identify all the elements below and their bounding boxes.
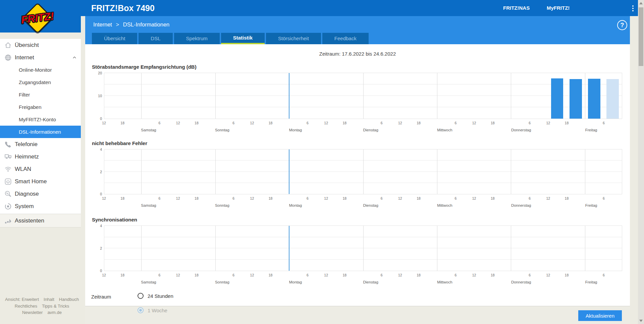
radio-1-woche-label: 1 Woche xyxy=(148,308,167,313)
x-axis-tick-label: 12 xyxy=(398,196,402,200)
footer-link[interactable]: Handbuch xyxy=(59,297,79,302)
x-axis-tick-label: 6 xyxy=(232,273,234,277)
chart-plot-area: 024 xyxy=(104,225,622,271)
home-icon xyxy=(4,41,12,49)
radio-button-icon[interactable] xyxy=(138,293,144,299)
chevron-up-icon[interactable] xyxy=(72,55,77,60)
sidebar-item--bersicht[interactable]: Übersicht xyxy=(0,39,81,51)
fritznas-link[interactable]: FRITZ!NAS xyxy=(503,0,530,16)
sidebar-item-smart-home[interactable]: Smart Home xyxy=(0,175,81,188)
tab--bersicht[interactable]: Übersicht xyxy=(92,33,137,44)
sidebar-item-label: Smart Home xyxy=(15,178,47,185)
footer-link[interactable]: Rechtliches xyxy=(15,304,37,309)
y-axis-tick-label: 0 xyxy=(92,269,102,273)
x-axis-tick-label: 12 xyxy=(324,121,328,125)
period-label: Zeitraum: 17.6.2022 bis 24.6.2022 xyxy=(85,51,630,57)
sidebar-item-filter[interactable]: Filter xyxy=(0,88,81,101)
radio-24-stunden[interactable]: 24 Stunden xyxy=(138,293,173,299)
day-boundary-line xyxy=(141,149,142,194)
day-boundary-line xyxy=(363,73,364,119)
footer-link[interactable]: Tipps & Tricks xyxy=(42,304,69,309)
radio-1-woche[interactable]: 1 Woche xyxy=(138,307,167,313)
x-axis-tick-label: 6 xyxy=(529,121,531,125)
day-boundary-line xyxy=(215,73,216,119)
sidebar-footer-row: Newsletteravm.de xyxy=(0,309,84,316)
x-axis-tick-label: 6 xyxy=(159,196,161,200)
day-label: Mittwoch xyxy=(437,203,452,207)
day-label: Montag xyxy=(289,280,302,284)
footer-link[interactable]: Ansicht: Erweitert xyxy=(5,297,39,302)
sidebar-item-label: WLAN xyxy=(15,166,31,173)
chart-plot-area: 024 xyxy=(104,149,622,194)
chart-bar xyxy=(588,79,600,119)
fritz-logo[interactable]: FRITZ! xyxy=(0,0,81,33)
day-boundary-line xyxy=(585,149,585,194)
scroll-down-icon[interactable] xyxy=(639,320,643,322)
x-axis-tick-label: 6 xyxy=(381,121,383,125)
chart-bar xyxy=(570,79,582,119)
sidebar-item-freigaben[interactable]: Freigaben xyxy=(0,101,81,113)
sidebar-item-label: Filter xyxy=(19,92,30,98)
tab-statistik[interactable]: Statistik xyxy=(221,33,265,44)
sidebar-item-label: System xyxy=(15,203,34,210)
sidebar-footer-row: RechtlichesTipps & Tricks xyxy=(0,303,84,310)
sidebar-item-online-monitor[interactable]: Online-Monitor xyxy=(0,64,81,76)
day-label: Donnerstag xyxy=(511,203,531,207)
radio-button-checked-icon[interactable] xyxy=(138,307,144,313)
main-panel: Zeitraum: 17.6.2022 bis 24.6.2022 Störab… xyxy=(85,44,630,324)
footer-link[interactable]: Inhalt xyxy=(44,297,54,302)
phone-icon xyxy=(4,140,12,148)
sidebar-item-diagnose[interactable]: Diagnose xyxy=(0,188,81,200)
tab-feedback[interactable]: Feedback xyxy=(322,33,369,44)
chart-plot-area: 01020 xyxy=(104,73,622,119)
sidebar-item-label: Diagnose xyxy=(15,191,39,197)
x-axis-tick-label: 12 xyxy=(472,273,476,277)
x-axis-tick-label: 12 xyxy=(398,121,402,125)
content-header-band: Internet > DSL-Informationen ? Übersicht… xyxy=(85,16,630,44)
day-boundary-line xyxy=(437,226,437,271)
day-label: Sonntag xyxy=(215,203,229,207)
sidebar-item-heimnetz[interactable]: Heimnetz xyxy=(0,150,81,163)
footer-link[interactable]: Newsletter xyxy=(22,310,43,315)
footer-link[interactable]: avm.de xyxy=(47,310,62,315)
tab-st-rsicherheit[interactable]: Störsicherheit xyxy=(266,33,321,44)
network-icon xyxy=(4,153,12,161)
y-axis-tick-label: 4 xyxy=(92,147,102,151)
aktualisieren-button[interactable]: Aktualisieren xyxy=(578,310,622,321)
myfritz-link[interactable]: MyFRITZ! xyxy=(547,0,570,16)
x-axis-tick-label: 18 xyxy=(491,196,495,200)
day-boundary-line xyxy=(363,226,364,271)
sidebar-item-telefonie[interactable]: Telefonie xyxy=(0,138,81,150)
day-boundary-line xyxy=(141,226,142,271)
x-axis-tick-label: 12 xyxy=(176,273,180,277)
help-icon[interactable]: ? xyxy=(617,20,627,30)
sidebar-item-system[interactable]: System xyxy=(0,200,81,212)
sidebar-item-zugangsdaten[interactable]: Zugangsdaten xyxy=(0,76,81,88)
sidebar-item-internet[interactable]: Internet xyxy=(0,51,81,64)
tab-dsl[interactable]: DSL xyxy=(139,33,172,44)
day-label: Samstag xyxy=(141,203,156,207)
day-label: Montag xyxy=(289,128,302,132)
sidebar-item-dsl-informationen[interactable]: DSL-Informationen xyxy=(0,126,81,138)
scroll-up-icon[interactable] xyxy=(639,2,643,4)
x-axis-tick-label: 12 xyxy=(102,121,106,125)
day-label: Dienstag xyxy=(363,203,378,207)
kebab-menu-icon[interactable] xyxy=(631,4,635,12)
sidebar-item-assistenten[interactable]: Assistenten xyxy=(0,214,81,228)
current-time-marker-line xyxy=(289,226,289,271)
scrollbar-thumb[interactable] xyxy=(639,7,643,66)
chart-bar xyxy=(606,79,619,119)
breadcrumb-internet[interactable]: Internet xyxy=(93,21,112,27)
y-axis-tick-label: 10 xyxy=(92,94,102,98)
x-axis-tick-label: 6 xyxy=(381,196,383,200)
day-boundary-line xyxy=(215,149,216,194)
x-axis-tick-label: 12 xyxy=(250,196,254,200)
sidebar-item-wlan[interactable]: WLAN xyxy=(0,163,81,175)
chart-title: Synchronisationen xyxy=(92,217,622,222)
sidebar-item-myfritz-konto[interactable]: MyFRITZ!-Konto xyxy=(0,113,81,126)
tab-spektrum[interactable]: Spektrum xyxy=(174,33,220,44)
page-scrollbar[interactable] xyxy=(638,0,644,324)
day-label: Sonntag xyxy=(215,280,229,284)
chart-snr-margin: Störabstandsmarge Empfangsrichtung (dB)0… xyxy=(104,64,622,133)
x-axis-tick-label: 6 xyxy=(454,273,457,277)
